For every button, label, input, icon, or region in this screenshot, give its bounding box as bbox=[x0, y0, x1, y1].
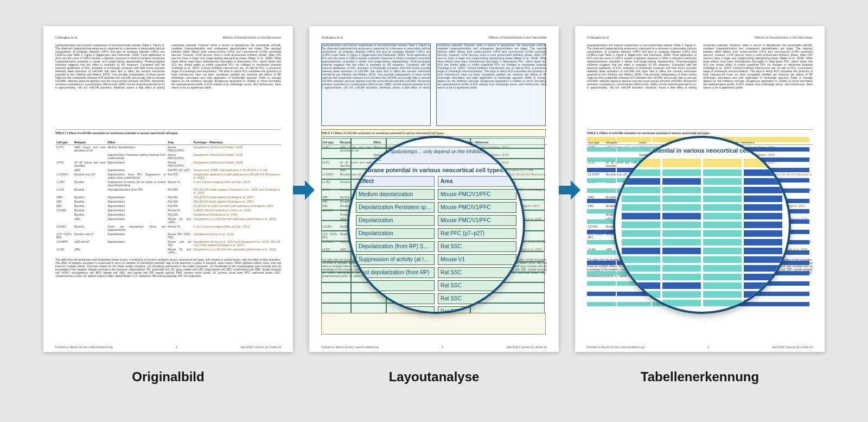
mag-recognized-cell bbox=[662, 256, 701, 263]
magnifier-content: rane potential in various neocortical ce… bbox=[615, 138, 789, 312]
mag-recognized-cell bbox=[744, 256, 782, 263]
mag-recognized-cell bbox=[703, 213, 742, 219]
magnifier-caption: brane potential in various neocortical c… bbox=[356, 166, 516, 174]
mag-recognized-cell bbox=[703, 291, 742, 298]
mag-recognized-cell bbox=[622, 265, 660, 272]
mag-recognized-cell bbox=[662, 178, 701, 185]
mag-recognized-cell bbox=[703, 265, 742, 272]
mag-table-cell: Depolarization Persistent spiking (start… bbox=[356, 202, 435, 213]
table-row: L2/3 ChAT+ BPCNicotinic and α7Depolariza… bbox=[55, 232, 281, 240]
mag-recognized-cell bbox=[622, 248, 660, 254]
table-title: TABLE 2 | Effect of mAChRs activation on… bbox=[55, 129, 281, 135]
col-cell-type: Cell type bbox=[55, 140, 73, 145]
magnifier-table-recognition: rane potential in various neocortical ce… bbox=[613, 136, 791, 314]
col-effect: Effect bbox=[106, 140, 167, 145]
mag-recognized-cell bbox=[622, 239, 660, 245]
footer-pageno: 9 bbox=[176, 345, 177, 349]
table-row: L2/3 BCNicotinicSome are depolarized; So… bbox=[55, 224, 281, 232]
mag-table-cell: Rat PFC (p7–p27) bbox=[438, 228, 516, 239]
page-running-head: Colangelo et al. Effects of Acetylcholin… bbox=[55, 36, 281, 39]
running-head-left: Colangelo et al. bbox=[55, 36, 78, 39]
col-area: Area bbox=[167, 140, 192, 145]
mag-recognized-cell bbox=[662, 239, 701, 245]
mag-recognized-cell bbox=[662, 187, 701, 193]
mag-table-cell: Rat SSC bbox=[438, 241, 516, 252]
diagram-stage: Colangelo et al. Effects of Acetylcholin… bbox=[0, 0, 868, 422]
mag-recognized-cell bbox=[662, 282, 701, 289]
mag-recognized-cell bbox=[744, 213, 782, 219]
mag-table-cell: Depolarization (from RP) Suppression of … bbox=[356, 241, 435, 252]
table-row: α4β2DepolarizationRat PFC (p7–p27)Kassam… bbox=[55, 168, 281, 172]
mag-recognized-cell bbox=[703, 187, 742, 193]
mag-recognized-cell bbox=[703, 282, 742, 289]
magnifier-content: for K+ is spatiotempo… only depend on th… bbox=[349, 138, 523, 312]
mag-recognized-cell bbox=[622, 178, 660, 185]
mag-recognized-cell bbox=[662, 222, 701, 228]
mag-table-cell: Mouse PMC/V1/PFC bbox=[438, 215, 516, 226]
footer-journal: Frontiers in Neural Circuits | www.front… bbox=[55, 345, 113, 349]
table-row: NIBCNicotinicDepolarizationRat SSC100 µM… bbox=[55, 195, 281, 199]
table-row: L2/3 BPCα4β2 and α7DepolarizationMouse a… bbox=[55, 240, 281, 247]
mag-table-cell: Mouse PMC/V1/PFC bbox=[438, 189, 516, 200]
mag-recognized-cell bbox=[703, 222, 742, 228]
mag-recognized-cell bbox=[622, 187, 660, 193]
mag-recognized-cell bbox=[662, 248, 701, 254]
table-row: α4β2DepolarizationMouse S1 and mPFCOptog… bbox=[55, 217, 281, 224]
mag-recognized-cell bbox=[662, 291, 701, 298]
mag-header-cell: Area bbox=[438, 176, 516, 187]
mag-table-cell: Mouse V1 bbox=[438, 254, 516, 265]
svg-marker-1 bbox=[559, 180, 580, 200]
mag-recognized-cell bbox=[662, 274, 701, 280]
table-row: L2/3 MCNicotinicDepolarizationMouse V11 … bbox=[55, 208, 281, 212]
mag-recognized-cell bbox=[622, 230, 660, 237]
mag-recognized-cell bbox=[662, 213, 701, 219]
page-footer: Frontiers in Neural Circuits | www.front… bbox=[55, 345, 281, 349]
mag-table-cell: Rat SSC bbox=[438, 267, 516, 278]
arrow-icon bbox=[293, 179, 315, 201]
mag-table-cell: Mouse PMC/V1/PFC bbox=[438, 202, 516, 213]
table-row: L1 IBCNicotinicSuppression of activity (… bbox=[55, 180, 281, 187]
mag-table-cell: Medium depolarization bbox=[356, 189, 435, 200]
panel-original-image: Colangelo et al. Effects of Acetylcholin… bbox=[43, 26, 293, 352]
magnifier-layout-analysis: for K+ is spatiotempo… only depend on th… bbox=[347, 136, 525, 314]
mag-recognized-cell bbox=[622, 196, 660, 202]
mag-recognized-cell bbox=[662, 169, 701, 176]
mag-table-cell: Depolarization bbox=[356, 215, 435, 226]
body-text-left: hyperpolarization and induces suppressio… bbox=[55, 43, 165, 89]
table-2: Cell type Receptor Effect Area Technique… bbox=[55, 140, 281, 255]
mag-table-cell: Suppression of activity (at low levels o… bbox=[356, 254, 435, 265]
mag-recognized-cell bbox=[662, 265, 701, 272]
mag-recognized-cell bbox=[662, 230, 701, 237]
table-row: L5 PCα4 α5 (soma and near dendrite)Depol… bbox=[55, 160, 281, 168]
table-note: The table links the distribution and loc… bbox=[55, 258, 281, 278]
mag-recognized-cell bbox=[662, 300, 701, 306]
mag-recognized-header bbox=[703, 159, 742, 167]
mag-header-cell: Effect bbox=[356, 176, 435, 187]
table-row: DBCNicotinicDepolarizationRat PFC10 µM A… bbox=[55, 204, 281, 208]
mag-recognized-cell bbox=[703, 239, 742, 245]
table-row: L1 NGFCNicotinic (non α7)Depolarization … bbox=[55, 172, 281, 180]
mag-recognized-cell bbox=[662, 204, 701, 211]
mag-recognized-cell bbox=[703, 204, 742, 211]
table-row: L6 MCα4β2Mouse S1 and mPFCOptogenetics o… bbox=[55, 247, 281, 255]
svg-marker-0 bbox=[293, 180, 315, 200]
running-head-right: Effects of Acetylcholine in the Neocorte… bbox=[223, 36, 281, 39]
mag-recognized-cell bbox=[703, 248, 742, 254]
mag-table-cell: Depolarization bbox=[356, 228, 435, 239]
mag-recognized-cell bbox=[744, 178, 782, 185]
arrow-icon bbox=[559, 179, 580, 201]
mag-recognized-cell bbox=[744, 230, 782, 237]
body-two-column: hyperpolarization and induces suppressio… bbox=[55, 43, 281, 125]
mag-recognized-cell bbox=[703, 196, 742, 202]
page-content: Colangelo et al. Effects of Acetylcholin… bbox=[55, 36, 281, 342]
caption-tablerec: Tabellenerkennung bbox=[575, 369, 825, 385]
mag-recognized-cell bbox=[703, 169, 742, 176]
mag-recognized-cell bbox=[622, 213, 660, 219]
table-row: NicotinicDepolarizationRat SSCOptogeneti… bbox=[55, 212, 281, 217]
mag-recognized-cell bbox=[703, 178, 742, 185]
mag-recognized-cell bbox=[703, 300, 742, 306]
mag-recognized-cell bbox=[622, 256, 660, 263]
footer-issue: April 2019 | Volume 13 | Article 24 bbox=[240, 345, 281, 349]
mag-recognized-cell bbox=[622, 204, 660, 211]
mag-recognized-cell bbox=[744, 196, 782, 202]
